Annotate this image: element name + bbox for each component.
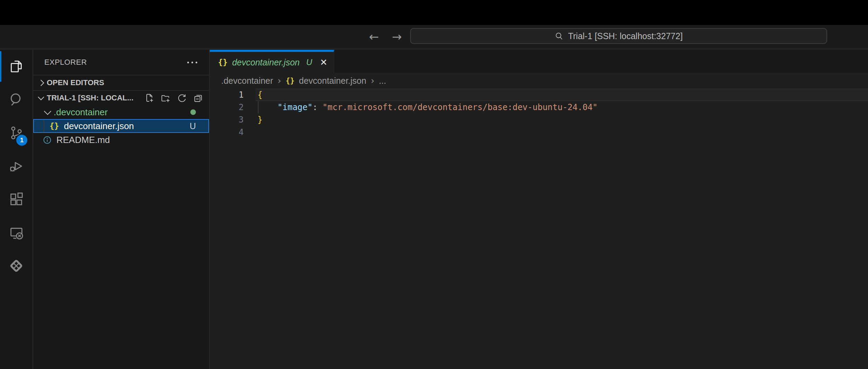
section-open-editors[interactable]: OPEN EDITORS (33, 75, 209, 90)
json-file-icon: {} (218, 58, 228, 67)
tab-bar: {} devcontainer.json U ✕ (210, 50, 868, 73)
code-line: 4 (210, 126, 868, 138)
file-name: devcontainer.json (64, 121, 134, 132)
tab-git-badge: U (306, 57, 312, 67)
tree-row-devcontainer-json[interactable]: {} devcontainer.json U (33, 119, 209, 133)
title-bar: ← → Trial-1 [SSH: localhost:32772] (0, 25, 868, 49)
new-folder-icon[interactable] (161, 93, 170, 103)
code-line: 1 { (210, 89, 868, 101)
collapse-all-icon[interactable] (193, 93, 203, 103)
activity-explorer[interactable] (0, 50, 33, 83)
json-file-icon: {} (49, 122, 59, 130)
run-and-debug-icon (8, 158, 24, 174)
activity-search[interactable] (0, 83, 33, 116)
history-navigation: ← → (368, 25, 403, 48)
file-tree: .devcontainer {} devcontainer.json U REA… (33, 105, 209, 147)
colon-token: : (313, 102, 323, 112)
open-editors-label: OPEN EDITORS (47, 78, 104, 87)
line-number: 4 (210, 126, 244, 138)
tab-devcontainer-json[interactable]: {} devcontainer.json U ✕ (210, 50, 334, 73)
editor-group: {} devcontainer.json U ✕ .devcontainer ›… (210, 50, 868, 369)
tree-row-devcontainer-folder[interactable]: .devcontainer (33, 105, 209, 119)
workspace-label: TRIAL-1 [SSH: LOCAL... (47, 93, 134, 102)
forward-arrow-icon[interactable]: → (391, 31, 404, 43)
breadcrumb-file[interactable]: devcontainer.json (299, 76, 367, 86)
diamond-grid-icon (8, 258, 24, 274)
line-number: 2 (210, 101, 244, 114)
tree-row-readme[interactable]: README.md (33, 133, 209, 147)
extensions-icon (8, 191, 24, 207)
breadcrumb-folder[interactable]: .devcontainer (221, 76, 273, 86)
git-untracked-badge: U (190, 121, 196, 131)
refresh-icon[interactable] (177, 93, 187, 103)
close-brace-token: } (257, 115, 262, 125)
git-untracked-dot (190, 109, 196, 115)
tab-label: devcontainer.json (232, 57, 300, 68)
more-actions-icon[interactable] (187, 62, 197, 63)
chevron-down-icon (44, 107, 51, 115)
sidebar-title-row: EXPLORER (33, 50, 209, 75)
markdown-info-icon (43, 136, 52, 144)
code-editor[interactable]: 1 { 2 "image": "mcr.microsoft.com/devcon… (210, 89, 868, 369)
sidebar-title: EXPLORER (44, 58, 87, 67)
search-icon (8, 92, 24, 108)
back-arrow-icon[interactable]: ← (368, 31, 380, 43)
chevron-right-icon (38, 80, 44, 86)
activity-run-debug[interactable] (0, 150, 33, 183)
window-title: Trial-1 [SSH: localhost:32772] (568, 31, 682, 41)
activity-bar: 1 (0, 50, 33, 369)
explorer-sidebar: EXPLORER OPEN EDITORS TRIAL-1 [SSH: LOCA… (33, 50, 210, 369)
folder-name: .devcontainer (54, 107, 108, 118)
explorer-actions (145, 93, 209, 103)
breadcrumb-symbol-ellipsis[interactable]: ... (379, 76, 386, 86)
close-icon[interactable]: ✕ (319, 57, 328, 68)
files-icon (8, 58, 24, 74)
indent-token (257, 102, 278, 112)
command-center-search[interactable]: Trial-1 [SSH: localhost:32772] (410, 28, 827, 44)
json-string-token: "mcr.microsoft.com/devcontainers/base:de… (323, 102, 598, 112)
macos-menubar-strip (0, 0, 868, 25)
tree-indent-guide (44, 120, 44, 132)
activity-extensions[interactable] (0, 183, 33, 216)
open-brace-token: { (257, 90, 262, 100)
breadcrumb: .devcontainer › {} devcontainer.json › .… (210, 73, 868, 89)
chevron-down-icon (38, 94, 44, 100)
file-name: README.md (56, 135, 110, 145)
search-icon (554, 32, 564, 41)
vscode-window: ← → Trial-1 [SSH: localhost:32772] (0, 0, 868, 369)
activity-diamond-grid[interactable] (0, 249, 33, 282)
activity-remote-explorer[interactable] (0, 216, 33, 249)
json-file-icon: {} (286, 76, 295, 85)
line-number: 1 (210, 89, 244, 101)
activity-source-control[interactable]: 1 (0, 116, 33, 150)
json-key-token: "image" (278, 102, 313, 112)
workbench: 1 (0, 50, 868, 369)
breadcrumb-separator-icon: › (371, 75, 374, 86)
line-number: 3 (210, 114, 244, 126)
code-line: 3 } (210, 114, 868, 126)
new-file-icon[interactable] (145, 93, 154, 103)
scm-changes-badge: 1 (15, 134, 28, 147)
section-workspace[interactable]: TRIAL-1 [SSH: LOCAL... (33, 90, 209, 105)
breadcrumb-separator-icon: › (278, 75, 281, 86)
remote-explorer-icon (8, 225, 24, 241)
code-line: 2 "image": "mcr.microsoft.com/devcontain… (210, 101, 868, 114)
